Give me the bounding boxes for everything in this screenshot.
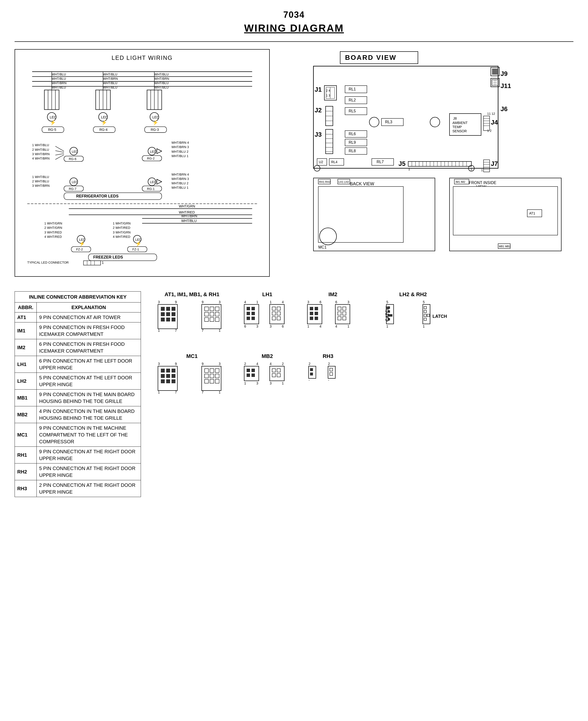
svg-rect-242: [166, 312, 170, 316]
svg-text:RG-7: RG-7: [69, 187, 76, 191]
svg-text:RL6: RL6: [349, 132, 356, 136]
svg-text:RL2: RL2: [349, 98, 356, 102]
svg-text:⚡: ⚡: [50, 120, 56, 125]
svg-rect-241: [161, 312, 165, 316]
svg-text:FZ-2: FZ-2: [76, 247, 83, 251]
svg-text:4: 4: [244, 300, 246, 304]
board-view-panel: BOARD VIEW J9 J11 J1: [279, 49, 573, 269]
table-row: MB19 PIN CONNECTION IN THE MAIN BOARD HO…: [15, 389, 141, 406]
svg-text:LED: LED: [152, 115, 159, 119]
svg-rect-357: [251, 369, 255, 372]
svg-text:WHT/BLU 2: WHT/BLU 2: [171, 150, 189, 154]
svg-text:WHT/BLU: WHT/BLU: [103, 73, 117, 76]
connector-row-1: AT1, IM1, MB1, & RH1 3 9: [155, 291, 573, 343]
svg-text:WHT/BLU 1: WHT/BLU 1: [171, 186, 189, 190]
svg-text:3 WHT/GRN: 3 WHT/GRN: [113, 231, 130, 234]
svg-rect-300: [342, 307, 346, 310]
svg-text:J1: J1: [315, 86, 322, 93]
svg-rect-304: [342, 317, 346, 320]
svg-text:RH1 RH2: RH1 RH2: [319, 180, 331, 183]
svg-text:WHT/BRN: WHT/BRN: [52, 81, 67, 85]
abbr-cell: MB2: [15, 406, 37, 423]
svg-text:WHT/BRN 4: WHT/BRN 4: [171, 141, 189, 144]
svg-text:3 WHT/BRN: 3 WHT/BRN: [32, 184, 49, 187]
svg-rect-257: [215, 312, 219, 316]
svg-rect-290: [310, 312, 313, 315]
connector-lh1-label: LH1: [262, 291, 272, 298]
svg-text:AMBIENT: AMBIENT: [453, 121, 468, 125]
connector-lh2-rh2: LH2 & RH2 CATCH 5 1 5: [374, 291, 452, 343]
connector-diagrams-area: AT1, IM1, MB1, & RH1 3 9: [155, 291, 573, 415]
svg-text:4: 4: [335, 324, 337, 328]
led-panel-title: LED LIGHT WIRING: [20, 55, 264, 61]
svg-text:⚡: ⚡: [79, 241, 85, 246]
svg-text:J6: J6: [501, 105, 508, 113]
svg-rect-243: [171, 312, 175, 316]
svg-text:2 WHT/GRN: 2 WHT/GRN: [44, 226, 62, 229]
svg-text:WHT/BRN 3: WHT/BRN 3: [171, 177, 189, 181]
svg-rect-255: [205, 312, 208, 316]
svg-text:2 WHT/BLU: 2 WHT/BLU: [32, 148, 49, 152]
svg-text:WHT/RED: WHT/RED: [179, 211, 195, 214]
svg-text:WHT/BRN: WHT/BRN: [103, 77, 118, 80]
svg-text:2 WHT/BLU: 2 WHT/BLU: [32, 179, 49, 183]
svg-rect-291: [315, 312, 318, 315]
svg-rect-313: [387, 318, 390, 320]
svg-text:6: 6: [282, 324, 284, 328]
svg-rect-319: [424, 310, 426, 313]
svg-text:7: 7: [202, 328, 204, 333]
svg-rect-372: [309, 366, 316, 378]
svg-text:1: 1: [348, 324, 350, 328]
connector-lh2-rh2-label: LH2 & RH2: [399, 291, 427, 298]
connector-im2-label: IM2: [329, 291, 337, 298]
svg-text:TYPICAL LED CONNECTOR: TYPICAL LED CONNECTOR: [27, 261, 69, 264]
svg-rect-348: [205, 379, 208, 383]
svg-text:9: 9: [202, 362, 204, 366]
svg-text:3: 3: [348, 300, 350, 304]
table-row: RH32 PIN CONNECTION AT THE RIGHT DOOR UP…: [15, 480, 141, 497]
svg-text:1: 1: [408, 167, 410, 171]
svg-text:LH1 LH2: LH1 LH2: [338, 180, 349, 183]
abbr-cell: IM2: [15, 339, 37, 356]
svg-text:1: 1: [481, 168, 483, 172]
svg-text:2 WHT/RED: 2 WHT/RED: [113, 226, 130, 229]
svg-text:J4: J4: [491, 119, 498, 126]
svg-text:6: 6: [244, 324, 246, 328]
svg-text:3: 3: [270, 381, 272, 385]
svg-rect-335: [166, 379, 170, 383]
svg-text:J8: J8: [453, 117, 457, 120]
svg-rect-289: [315, 307, 318, 310]
connector-at1-label: AT1, IM1, MB1, & RH1: [165, 291, 219, 298]
abbreviation-table: INLINE CONNECTOR ABBREVIATION KEY ABBR. …: [15, 291, 141, 497]
svg-rect-240: [171, 307, 175, 311]
svg-rect-314: [390, 314, 393, 317]
table-row: RH25 PIN CONNECTION AT THE RIGHT DOOR UP…: [15, 463, 141, 480]
svg-text:MC1: MC1: [318, 245, 327, 249]
svg-rect-332: [166, 374, 170, 378]
svg-text:7: 7: [175, 328, 177, 333]
connector-mc1-svg: 3 9 1 7: [155, 361, 228, 405]
svg-text:1: 1: [158, 390, 160, 394]
explanation-cell: 4 PIN CONNECTION IN THE MAIN BOARD HOUSI…: [37, 406, 141, 423]
svg-text:1: 1: [244, 381, 246, 385]
svg-text:3: 3: [307, 300, 309, 304]
svg-text:1: 1: [470, 167, 472, 171]
svg-rect-277: [272, 307, 275, 310]
svg-text:1: 1: [386, 324, 388, 328]
svg-rect-345: [205, 374, 208, 378]
table-row: MC19 PIN CONNECTION IN THE MACHINE COMPA…: [15, 423, 141, 447]
svg-text:FZ-1: FZ-1: [132, 247, 139, 251]
connector-at1-svg: 3 9 1 7: [155, 300, 228, 343]
svg-rect-365: [272, 369, 275, 372]
explanation-cell: 9 PIN CONNECTION AT THE RIGHT DOOR UPPER…: [37, 447, 141, 463]
svg-text:WHT/GRN: WHT/GRN: [179, 204, 195, 208]
svg-rect-268: [247, 312, 250, 315]
svg-text:1 3: 1 3: [326, 94, 330, 97]
svg-rect-368: [277, 374, 280, 377]
svg-text:6: 6: [335, 300, 337, 304]
svg-rect-330: [171, 369, 175, 373]
svg-text:3: 3: [256, 324, 258, 328]
svg-text:J7: J7: [491, 160, 498, 167]
svg-rect-279: [272, 312, 275, 315]
svg-rect-267: [251, 307, 255, 310]
